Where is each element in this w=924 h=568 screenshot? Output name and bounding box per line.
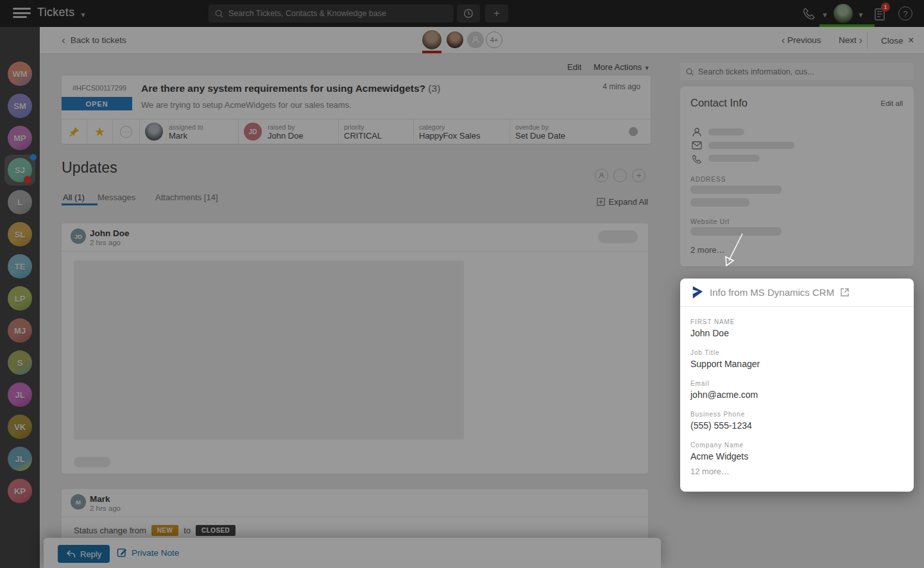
crm-field-value: John Doe bbox=[690, 328, 903, 338]
crm-field-value: (555) 555-1234 bbox=[690, 420, 903, 431]
crm-field-value: john@acme.com bbox=[690, 390, 903, 400]
external-link-icon[interactable] bbox=[840, 288, 850, 297]
crm-card-header: Info from MS Dynamics CRM bbox=[680, 279, 914, 307]
crm-info-card: Info from MS Dynamics CRM FIRST NAMEJohn… bbox=[680, 279, 914, 492]
ms-dynamics-logo-icon bbox=[690, 286, 704, 299]
crm-field-label: Business Phone bbox=[690, 411, 903, 418]
crm-field-label: FIRST NAME bbox=[690, 318, 903, 325]
crm-more-link[interactable]: 12 more… bbox=[690, 467, 903, 476]
crm-field-value: Support Manager bbox=[690, 359, 903, 369]
crm-field-label: Company Name bbox=[690, 442, 903, 449]
crm-card-title: Info from MS Dynamics CRM bbox=[710, 287, 834, 298]
crm-card-body: FIRST NAMEJohn Doe Job TitleSupport Mana… bbox=[680, 307, 914, 476]
annotation-arrow bbox=[711, 228, 752, 271]
crm-field-value: Acme Widgets bbox=[690, 451, 903, 461]
crm-field-label: Job Title bbox=[690, 349, 903, 356]
crm-field-label: Email bbox=[690, 380, 903, 387]
